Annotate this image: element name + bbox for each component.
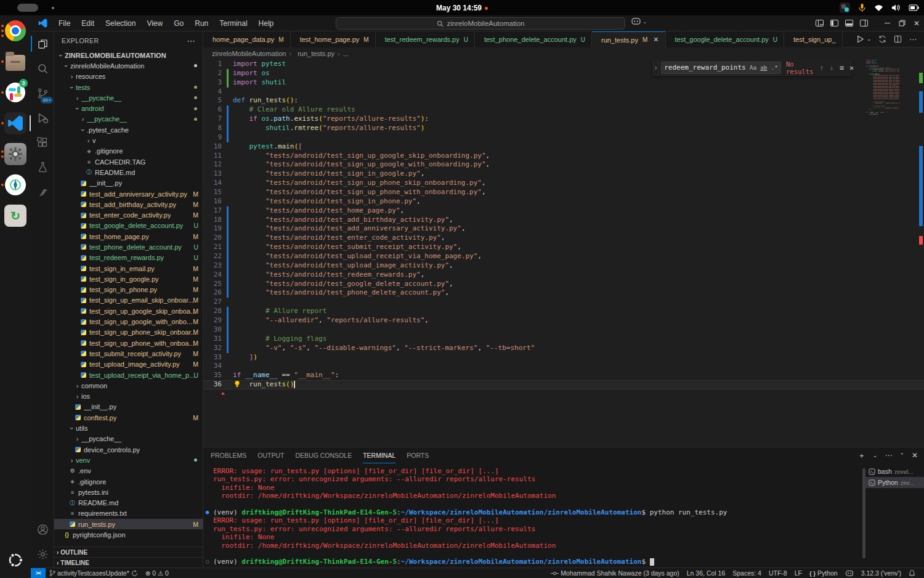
tree-item-run-tests-py[interactable]: run_tests.pyM — [54, 519, 203, 529]
dock-item-slack[interactable]: 3 — [0, 77, 31, 108]
code-line-7[interactable]: 7 if os.path.exists("reports/allure-resu… — [203, 115, 924, 124]
activity-kangaroo-extension[interactable] — [31, 179, 54, 204]
find-next-icon[interactable]: ↓ — [830, 63, 834, 72]
tree-item--pycache-[interactable]: ›__pycache__ — [54, 114, 203, 124]
maximize-panel-icon[interactable]: ⌃ — [899, 452, 904, 458]
code-line-19[interactable]: 19 "tests/android/test_add_anniversary_a… — [203, 224, 924, 234]
code-line-22[interactable]: 22 "tests/android/test_upload_receipt_vi… — [203, 252, 924, 261]
menu-file[interactable]: File — [54, 17, 75, 30]
tree-item-test-sign-up-phone-with-onboa-[interactable]: test_sign_up_phone_with_onboa...M — [54, 338, 203, 348]
terminal-list-item-python[interactable]: Pythonzinr... — [865, 477, 924, 488]
dock-item-files[interactable] — [0, 46, 31, 77]
command-decoration-dot[interactable]: ○ — [206, 558, 209, 566]
code-line-23[interactable]: 23 "tests/android/test_upload_image_acti… — [203, 261, 924, 271]
battery-icon[interactable] — [909, 4, 919, 11]
tree-item--gitignore[interactable]: ◆.gitignore — [54, 476, 203, 487]
editor-tab-test-phone-delete-account-py[interactable]: test_phone_delete_account.pyU — [475, 31, 592, 47]
editor-tab-test-home-page-py[interactable]: test_home_page.pyM — [291, 31, 376, 47]
code-line-25[interactable]: 25 "tests/android/test_google_delete_acc… — [203, 280, 924, 289]
tree-item-readme-md[interactable]: ⓘREADME.md — [54, 167, 203, 177]
editor-tab-test-sign-up-[interactable]: test_sign_up_ — [784, 31, 843, 47]
tree-item-test-redeem-rewards-py[interactable]: test_redeem_rewards.pyU — [54, 253, 203, 263]
activity-explorer[interactable] — [31, 31, 54, 56]
editor-tab-test-redeem-rewards-py[interactable]: test_redeem_rewards.pyU — [376, 31, 475, 47]
code-line-31[interactable]: 31 # Logging flags — [203, 335, 924, 344]
tree-item-test-sign-up-phone-skip-onboar-[interactable]: test_sign_up_phone_skip_onboar...M — [54, 327, 203, 338]
tree-item--env[interactable]: ⚙.env — [54, 466, 203, 476]
menu-go[interactable]: Go — [169, 17, 188, 30]
menu-edit[interactable]: Edit — [76, 17, 99, 30]
tree-item-conftest-py[interactable]: conftest.pyM — [54, 412, 203, 423]
code-line-36[interactable]: 36 run_tests() — [203, 380, 924, 389]
problems-item[interactable]: ⊗0 ⚠0 — [142, 568, 172, 578]
minimize-icon[interactable] — [880, 15, 894, 31]
code-line-5[interactable]: 5def run_tests(): — [203, 96, 924, 105]
code-line-12[interactable]: 12 "tests/android/test_sign_up_google_wi… — [203, 160, 924, 169]
code-editor[interactable]: 1import pytest2import os3import shutil45… — [203, 60, 924, 447]
code-line-15[interactable]: 15 "tests/android/test_sign_up_phone_wit… — [203, 188, 924, 197]
find-previous-icon[interactable]: ↑ — [819, 63, 824, 72]
code-line-18[interactable]: 18 "tests/android/test_add_birthday_acti… — [203, 216, 924, 225]
tree-item-test-sign-in-google-py[interactable]: test_sign_in_google.pyM — [54, 274, 203, 284]
new-terminal-icon[interactable]: ＋ — [858, 450, 865, 461]
panel-tab-output[interactable]: OUTPUT — [257, 447, 284, 463]
statusbar-copilot[interactable] — [841, 568, 857, 578]
tree-item-utils[interactable]: ›utils — [54, 423, 203, 433]
volume-icon[interactable] — [891, 4, 901, 12]
tree-item--pycache-[interactable]: ›__pycache__ — [54, 92, 203, 103]
code-line-16[interactable]: 16 "tests/android/test_sign_in_phone.py"… — [203, 197, 924, 206]
outline-section[interactable]: ›OUTLINE — [54, 547, 203, 557]
tree-item-test-add-anniversary-activity-py[interactable]: test_add_anniversary_activity.pyM — [54, 189, 203, 199]
editor-tab-run-tests-py[interactable]: run_tests.pyM✕ — [592, 31, 665, 47]
code-line-6[interactable]: 6 # Clear old Allure results — [203, 105, 924, 115]
tree-item-test-upload-image-activity-py[interactable]: test_upload_image_activity.pyM — [54, 359, 203, 370]
code-line-24[interactable]: 24 "tests/android/test_redeem_rewards.py… — [203, 271, 924, 280]
dock-item-trash[interactable]: ↻ — [0, 200, 31, 231]
code-line-21[interactable]: 21 "tests/android/test_submit_receipt_ac… — [203, 243, 924, 252]
tree-item-requirements-txt[interactable]: ≡requirements.txt — [54, 508, 203, 519]
tree-item-test-sign-up-google-with-onbo-[interactable]: test_sign_up_google_with_onbo...M — [54, 316, 203, 327]
microphone-icon[interactable] — [858, 3, 866, 12]
restore-icon[interactable] — [894, 15, 909, 31]
terminal-profile-chevron-icon[interactable]: ⌄ — [873, 452, 878, 458]
tree-item-test-submit-receipt-activity-py[interactable]: test_submit_receipt_activity.pyM — [54, 348, 203, 359]
statusbar-indentation[interactable]: Spaces: 4 — [729, 568, 765, 578]
code-line-17[interactable]: 17 "tests/android/test_home_page.py", — [203, 206, 924, 216]
statusbar-encoding[interactable]: UTF-8 — [765, 568, 791, 578]
code-line-26[interactable]: 26 "tests/android/test_phone_delete_acco… — [203, 288, 924, 298]
tree-item-tests[interactable]: ›tests — [54, 82, 203, 92]
code-line-29[interactable]: 29 "--alluredir", "reports/allure-result… — [203, 316, 924, 325]
code-line-4[interactable]: 4 — [203, 88, 924, 97]
panel-tab-terminal[interactable]: TERMINAL — [363, 447, 395, 463]
tree-item--pycache-[interactable]: ›__pycache__ — [54, 434, 203, 444]
tree-item-test-phone-delete-account-py[interactable]: test_phone_delete_account.pyU — [54, 242, 203, 252]
code-line-28[interactable]: 28 # Allure report — [203, 307, 924, 316]
tree-item--gitignore[interactable]: ◆.gitignore — [54, 146, 203, 157]
terminal[interactable]: ERROR: usage: run_tests.py [options] [fi… — [208, 467, 861, 565]
editor-more-actions-icon[interactable]: ⋯ — [909, 35, 917, 44]
dock-item-vscode[interactable] — [0, 108, 31, 139]
code-line-3[interactable]: 3import shutil — [203, 78, 924, 88]
tab-close-icon[interactable]: ✕ — [653, 36, 659, 44]
tree-item--init-py[interactable]: __init__.py — [54, 178, 203, 189]
activity-run-debug[interactable] — [31, 105, 54, 130]
tree-item-pytests-ini[interactable]: ≡pytests.ini — [54, 487, 203, 497]
tree-item-pyrightconfig-json[interactable]: {}pyrightconfig.json — [54, 529, 203, 540]
close-window-icon[interactable]: ✕ — [909, 15, 924, 31]
code-line-35[interactable]: 35if __name__ == "__main__": — [203, 371, 924, 380]
menu-run[interactable]: Run — [190, 17, 213, 30]
dock-item-chrome[interactable] — [0, 15, 31, 46]
activity-search[interactable] — [31, 56, 54, 81]
code-line-30[interactable]: 30 — [203, 325, 924, 335]
panel-tab-debug-console[interactable]: DEBUG CONSOLE — [296, 447, 352, 463]
system-clock[interactable]: May 30 14:59 — [0, 4, 924, 12]
minimap[interactable]: 1import pytest2import os3import shutil45… — [864, 60, 899, 134]
tree-item-ios[interactable]: ›ios — [54, 391, 203, 402]
dock-item-ubuntu-apps[interactable] — [0, 545, 31, 576]
terminal-list-item-bash[interactable]: bashzinrel... — [865, 466, 924, 477]
tree-item--pytest-cache[interactable]: ›.pytest_cache — [54, 124, 203, 135]
breadcrumb[interactable]: zinreloMobileAutomation›run_tests.py›... — [203, 47, 924, 60]
panel-tab-ports[interactable]: PORTS — [407, 447, 429, 463]
match-case-icon[interactable]: Aa — [750, 64, 756, 71]
find-collapse-icon[interactable]: › — [654, 60, 659, 75]
